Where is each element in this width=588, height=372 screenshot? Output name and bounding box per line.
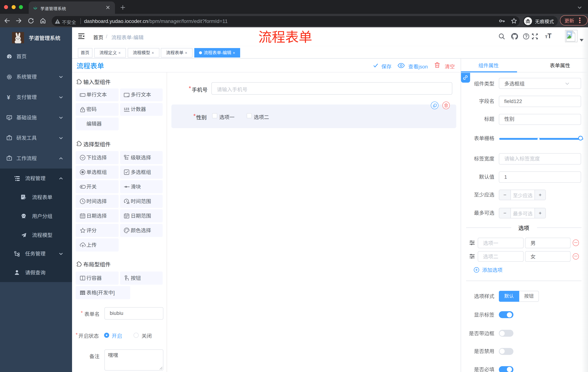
svg-text:123: 123	[124, 107, 129, 111]
